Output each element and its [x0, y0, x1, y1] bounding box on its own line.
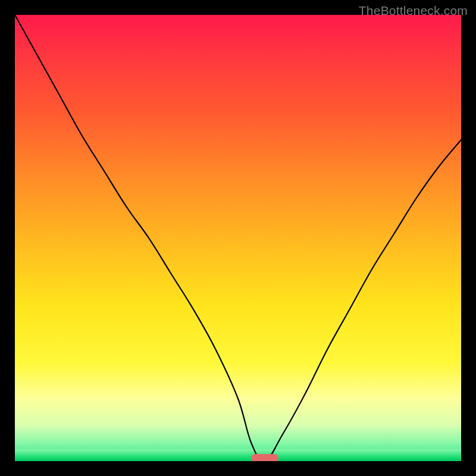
bottleneck-curve [15, 15, 461, 461]
watermark-text: TheBottleneck.com [359, 4, 468, 18]
optimal-marker [251, 454, 278, 461]
plot-area [15, 15, 461, 461]
chart-frame: TheBottleneck.com [0, 0, 476, 476]
